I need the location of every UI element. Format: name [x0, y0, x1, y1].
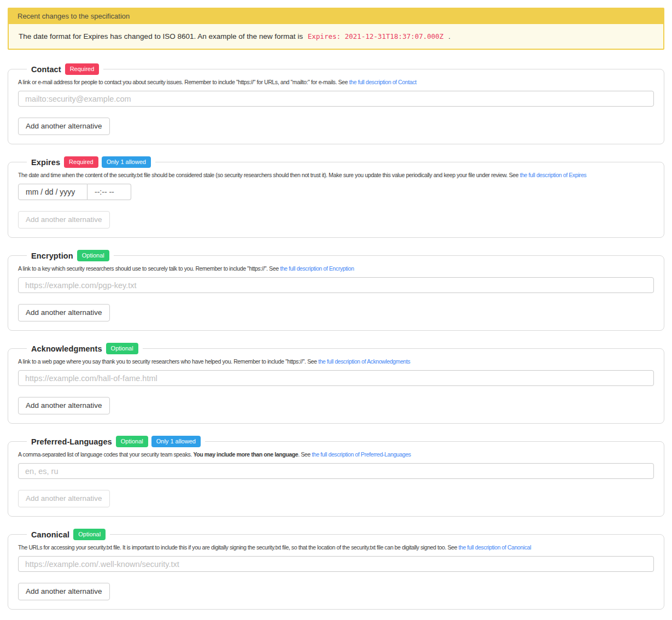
- optional-badge: Optional: [106, 343, 138, 354]
- section-badges: Optional: [77, 250, 109, 261]
- limit-badge: Only 1 allowed: [151, 436, 201, 447]
- section-legend: Encryption Optional: [27, 250, 114, 261]
- add-alternative-button: Add another alternative: [18, 211, 110, 229]
- section-description: The URLs for accessing your security.txt…: [18, 544, 654, 551]
- section-title: Canonical: [31, 530, 69, 539]
- expires-datetime-group: mm / dd / yyyy--:-- --: [18, 184, 654, 200]
- spec-changes-banner: Recent changes to the specification The …: [8, 8, 664, 50]
- section-legend: Canonical Optional: [27, 529, 110, 540]
- required-badge: Required: [65, 63, 100, 75]
- section-badges: OptionalOnly 1 allowed: [116, 436, 201, 447]
- full-description-link[interactable]: the full description of Contact: [349, 79, 416, 85]
- form-section-acknowledgments: Acknowledgments Optional A link to a web…: [8, 343, 664, 424]
- expires-date-input[interactable]: mm / dd / yyyy: [18, 184, 87, 200]
- description-text: The date and time when the content of th…: [18, 172, 520, 178]
- input-row: [18, 463, 654, 479]
- full-description-link[interactable]: the full description of Canonical: [458, 544, 531, 551]
- securitytxt-form-page: Recent changes to the specification The …: [0, 0, 672, 610]
- input-row: [18, 277, 654, 293]
- expires-example-code: Expires: 2021-12-31T18:37:07.000Z: [305, 32, 446, 40]
- description-text: A link to a web page where you say thank…: [18, 358, 318, 365]
- required-badge: Required: [64, 156, 98, 168]
- canonical-input[interactable]: [18, 556, 654, 572]
- form-sections-container: Contact Required A link or e-mail addres…: [8, 63, 664, 610]
- full-description-link[interactable]: the full description of Acknowledgments: [318, 358, 410, 365]
- banner-message: The date format for Expires has changed …: [9, 24, 663, 49]
- input-row: [18, 370, 654, 386]
- encryption-input[interactable]: [18, 277, 654, 293]
- acknowledgments-input[interactable]: [18, 370, 654, 386]
- section-description: A comma-separated list of language codes…: [18, 451, 654, 458]
- section-legend: Expires RequiredOnly 1 allowed: [27, 156, 155, 168]
- description-bold-text: You may include more than one language: [193, 451, 298, 458]
- input-row: [18, 91, 654, 107]
- banner-message-suffix: .: [446, 32, 451, 40]
- full-description-link[interactable]: the full description of Encryption: [280, 265, 354, 272]
- input-row: [18, 556, 654, 572]
- section-title: Contact: [31, 65, 61, 74]
- section-badges: Optional: [106, 343, 138, 354]
- section-legend: Contact Required: [27, 63, 103, 75]
- contact-input[interactable]: [18, 91, 654, 107]
- limit-badge: Only 1 allowed: [102, 156, 151, 168]
- section-title: Preferred-Languages: [31, 437, 112, 446]
- section-description: A link to a web page where you say thank…: [18, 358, 654, 365]
- optional-badge: Optional: [77, 250, 109, 261]
- section-badges: Required: [65, 63, 100, 75]
- banner-message-prefix: The date format for Expires has changed …: [19, 32, 305, 40]
- section-badges: Optional: [73, 529, 106, 540]
- description-text: A link to a key which security researche…: [18, 265, 280, 272]
- section-legend: Acknowledgments Optional: [27, 343, 143, 354]
- form-section-canonical: Canonical Optional The URLs for accessin…: [8, 529, 664, 610]
- section-legend: Preferred-Languages OptionalOnly 1 allow…: [27, 436, 205, 447]
- banner-title: Recent changes to the specification: [9, 9, 663, 24]
- description-text: A comma-separated list of language codes…: [18, 451, 193, 458]
- add-alternative-button[interactable]: Add another alternative: [18, 397, 110, 414]
- section-description: A link or e-mail address for people to c…: [18, 79, 654, 85]
- section-description: A link to a key which security researche…: [18, 265, 654, 272]
- input-row: mm / dd / yyyy--:-- --: [18, 184, 654, 200]
- preferred-languages-input[interactable]: [18, 463, 654, 479]
- section-description: The date and time when the content of th…: [18, 172, 654, 178]
- full-description-link[interactable]: the full description of Preferred-Langua…: [312, 451, 411, 458]
- full-description-link[interactable]: the full description of Expires: [520, 172, 587, 178]
- section-badges: RequiredOnly 1 allowed: [64, 156, 151, 168]
- form-section-expires: Expires RequiredOnly 1 allowed The date …: [8, 156, 664, 238]
- section-title: Encryption: [31, 251, 73, 260]
- description-text: A link or e-mail address for people to c…: [18, 79, 349, 85]
- expires-time-input[interactable]: --:-- --: [87, 184, 131, 200]
- section-title: Expires: [31, 158, 60, 167]
- optional-badge: Optional: [116, 436, 148, 447]
- form-section-contact: Contact Required A link or e-mail addres…: [8, 63, 664, 144]
- description-text: The URLs for accessing your security.txt…: [18, 544, 458, 551]
- optional-badge: Optional: [73, 529, 106, 540]
- form-section-encryption: Encryption Optional A link to a key whic…: [8, 250, 664, 331]
- form-section-preferred-languages: Preferred-Languages OptionalOnly 1 allow…: [8, 436, 664, 517]
- add-alternative-button[interactable]: Add another alternative: [18, 304, 110, 321]
- description-mid-text: . See: [298, 451, 312, 458]
- add-alternative-button: Add another alternative: [18, 490, 110, 507]
- add-alternative-button[interactable]: Add another alternative: [18, 583, 110, 600]
- add-alternative-button[interactable]: Add another alternative: [18, 118, 110, 135]
- section-title: Acknowledgments: [31, 344, 102, 353]
